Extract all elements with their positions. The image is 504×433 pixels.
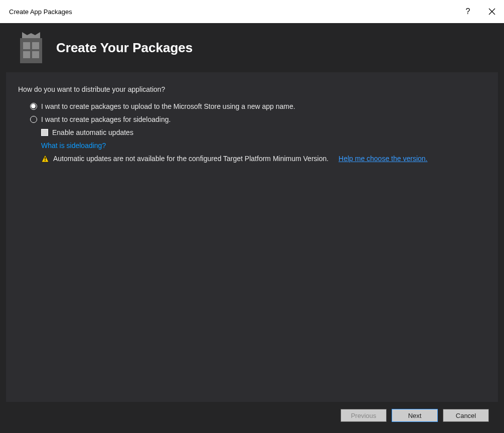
svg-rect-4 bbox=[23, 42, 30, 49]
svg-marker-2 bbox=[22, 32, 40, 38]
checkbox-icon bbox=[41, 129, 48, 136]
page-heading: Create Your Packages bbox=[56, 40, 193, 56]
close-icon bbox=[488, 8, 495, 15]
cancel-button[interactable]: Cancel bbox=[443, 409, 489, 422]
titlebar-controls: ? bbox=[456, 0, 504, 23]
radio-option-sideload[interactable]: I want to create packages for sideloadin… bbox=[30, 115, 486, 123]
radio-icon bbox=[30, 103, 37, 110]
next-button[interactable]: Next bbox=[392, 409, 438, 422]
sideloading-link-row: What is sideloading? bbox=[30, 141, 486, 150]
radio-icon bbox=[30, 116, 37, 123]
close-button[interactable] bbox=[480, 0, 504, 23]
footer: Previous Next Cancel bbox=[0, 402, 504, 430]
svg-rect-3 bbox=[20, 38, 42, 63]
window-title: Create App Packages bbox=[9, 8, 72, 16]
svg-rect-9 bbox=[45, 157, 46, 160]
bottom-spacer bbox=[0, 430, 504, 433]
help-icon: ? bbox=[466, 7, 470, 16]
svg-rect-7 bbox=[32, 51, 39, 58]
distribution-question: How do you want to distribute your appli… bbox=[18, 85, 486, 93]
warning-row: Automatic updates are not available for … bbox=[30, 155, 486, 163]
content-area: How do you want to distribute your appli… bbox=[6, 72, 498, 402]
warning-icon bbox=[41, 155, 49, 163]
previous-button: Previous bbox=[341, 409, 387, 422]
header-section: Create Your Packages bbox=[0, 23, 504, 72]
svg-rect-6 bbox=[23, 51, 30, 58]
radio-label-sideload: I want to create packages for sideloadin… bbox=[41, 115, 171, 123]
radio-option-store[interactable]: I want to create packages to upload to t… bbox=[30, 102, 486, 110]
help-button[interactable]: ? bbox=[456, 0, 480, 23]
titlebar: Create App Packages ? bbox=[0, 0, 504, 23]
sideload-sub-options: Enable automatic updates bbox=[30, 128, 486, 136]
package-icon bbox=[17, 32, 45, 63]
what-is-sideloading-link[interactable]: What is sideloading? bbox=[41, 141, 106, 150]
svg-rect-5 bbox=[32, 42, 39, 49]
warning-text: Automatic updates are not available for … bbox=[53, 155, 328, 163]
checkbox-label: Enable automatic updates bbox=[52, 128, 133, 136]
enable-updates-checkbox[interactable]: Enable automatic updates bbox=[41, 128, 486, 136]
radio-label-store: I want to create packages to upload to t… bbox=[41, 102, 295, 110]
svg-rect-10 bbox=[45, 160, 46, 161]
radio-group: I want to create packages to upload to t… bbox=[18, 102, 486, 163]
help-choose-version-link[interactable]: Help me choose the version. bbox=[339, 155, 427, 163]
